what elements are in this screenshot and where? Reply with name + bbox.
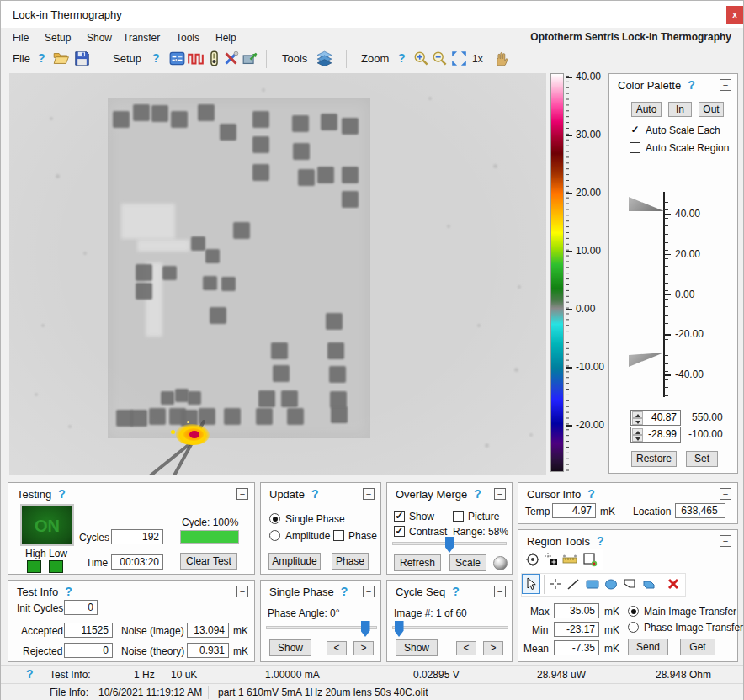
region-rect-tool-icon[interactable]	[582, 552, 598, 567]
restore-button[interactable]: Restore	[631, 451, 677, 467]
setup-help-icon[interactable]: ?	[152, 51, 160, 65]
prev-button[interactable]: <	[456, 641, 476, 655]
tools-wrench-icon[interactable]	[223, 50, 239, 66]
test-on-button[interactable]: ON	[20, 504, 74, 546]
zoom-out-icon[interactable]	[432, 50, 448, 66]
point-tool-icon[interactable]	[548, 576, 563, 591]
help-icon[interactable]: ?	[311, 487, 319, 501]
phase-button[interactable]: Phase	[332, 553, 369, 570]
save-icon[interactable]	[74, 50, 90, 66]
colorbar-tick-label: 10.00	[576, 245, 601, 257]
toolbar-tools-label: Tools	[282, 52, 307, 65]
refresh-button[interactable]: Refresh	[394, 554, 441, 571]
ellipse-tool-icon[interactable]	[603, 576, 619, 591]
open-file-icon[interactable]	[53, 50, 69, 66]
sphere-icon[interactable]	[493, 556, 508, 570]
rectangle-tool-icon[interactable]	[585, 576, 600, 591]
zoom-help-icon[interactable]: ?	[398, 51, 406, 65]
minimize-button[interactable]: −	[236, 488, 248, 500]
ruler-tool-icon[interactable]	[562, 552, 577, 567]
next-button[interactable]: >	[353, 641, 374, 655]
contrast-checkbox[interactable]	[394, 526, 405, 537]
panel-title: Update	[269, 488, 305, 501]
zoom-fit-icon[interactable]	[451, 50, 467, 66]
phase-slider-thumb[interactable]	[361, 621, 370, 637]
zoom-in-icon[interactable]	[413, 50, 429, 66]
send-button[interactable]: Send	[628, 639, 668, 655]
monitor-export-icon[interactable]	[242, 50, 258, 66]
prev-button[interactable]: <	[327, 641, 347, 655]
minimize-button[interactable]: −	[363, 586, 375, 597]
set-button[interactable]: Set	[686, 451, 718, 467]
help-icon[interactable]: ?	[452, 585, 460, 598]
camera-settings-icon[interactable]	[169, 50, 185, 66]
toolbar-separator	[98, 50, 98, 68]
minimize-button[interactable]: −	[720, 79, 731, 91]
help-icon[interactable]: ?	[341, 585, 348, 598]
amplitude-button[interactable]: Amplitude	[268, 553, 321, 570]
minimize-button[interactable]: −	[494, 488, 506, 500]
spinner-arrows[interactable]	[632, 411, 643, 425]
upper-limit-spinner[interactable]: 40.87	[630, 410, 681, 426]
minimize-button[interactable]: −	[494, 586, 506, 597]
move-region-tool-icon[interactable]	[544, 552, 559, 567]
show-button[interactable]: Show	[269, 639, 311, 656]
cursor-tool-icon[interactable]	[523, 576, 539, 591]
menu-tools[interactable]: Tools	[173, 31, 203, 45]
help-icon[interactable]: ?	[65, 585, 72, 598]
show-checkbox[interactable]	[394, 511, 405, 522]
get-button[interactable]: Get	[680, 639, 715, 655]
line-tool-icon[interactable]	[566, 576, 581, 591]
lower-limit-handle[interactable]	[629, 353, 664, 367]
menu-transfer[interactable]: Transfer	[120, 31, 163, 45]
delete-region-icon[interactable]	[666, 576, 681, 591]
auto-scale-each-checkbox[interactable]	[630, 125, 640, 135]
spinner-arrows[interactable]	[632, 428, 643, 442]
status-help-icon[interactable]: ?	[26, 667, 34, 681]
show-button[interactable]: Show	[396, 639, 438, 656]
auto-scale-region-checkbox[interactable]	[630, 142, 640, 153]
lower-limit-spinner[interactable]: -28.99	[630, 427, 681, 443]
help-icon[interactable]: ?	[587, 487, 595, 501]
next-button[interactable]: >	[483, 641, 503, 655]
polygon-outline-tool-icon[interactable]	[622, 576, 637, 591]
minimize-button[interactable]: −	[236, 586, 248, 597]
waveform-icon[interactable]	[188, 50, 204, 66]
single-phase-radio[interactable]	[269, 513, 280, 524]
target-tool-icon[interactable]	[525, 552, 540, 567]
main-image-transfer-radio[interactable]	[628, 606, 639, 617]
help-icon[interactable]: ?	[597, 534, 604, 548]
pan-hand-icon[interactable]	[493, 50, 509, 66]
menu-file[interactable]: File	[9, 31, 32, 45]
minimize-button[interactable]: −	[720, 535, 731, 547]
menu-show[interactable]: Show	[83, 31, 115, 45]
upper-limit-handle[interactable]	[629, 197, 664, 211]
amplitude-radio[interactable]	[269, 530, 280, 541]
help-icon[interactable]: ?	[58, 487, 66, 501]
clear-test-button[interactable]: Clear Test	[180, 553, 237, 570]
cycle-slider-track[interactable]	[392, 626, 508, 629]
help-icon[interactable]: ?	[688, 78, 695, 92]
thermal-image-view[interactable]	[9, 73, 546, 475]
menu-setup[interactable]: Setup	[41, 31, 74, 45]
polygon-filled-tool-icon[interactable]	[641, 576, 656, 591]
status-bar-file: File Info: 10/6/2021 11:19:12 AM part 1 …	[1, 684, 743, 700]
close-button[interactable]: x	[726, 6, 743, 24]
cycle-slider-thumb[interactable]	[395, 621, 404, 637]
out-button[interactable]: Out	[699, 102, 724, 117]
phase-image-transfer-radio[interactable]	[628, 622, 639, 633]
range-slider-thumb[interactable]	[445, 537, 454, 553]
scale-button[interactable]: Scale	[449, 554, 486, 571]
thermometer-icon[interactable]	[206, 50, 222, 66]
minimize-button[interactable]: −	[720, 488, 731, 500]
help-icon[interactable]: ?	[474, 487, 481, 501]
menu-help[interactable]: Help	[212, 31, 240, 45]
auto-button[interactable]: Auto	[631, 102, 662, 117]
in-button[interactable]: In	[668, 102, 692, 117]
file-help-icon[interactable]: ?	[38, 51, 45, 65]
phase-checkbox[interactable]	[333, 530, 344, 541]
layers-icon[interactable]	[316, 50, 332, 66]
minimize-button[interactable]: −	[363, 488, 375, 500]
picture-checkbox[interactable]	[453, 511, 464, 522]
phase-slider-track[interactable]	[266, 626, 377, 629]
